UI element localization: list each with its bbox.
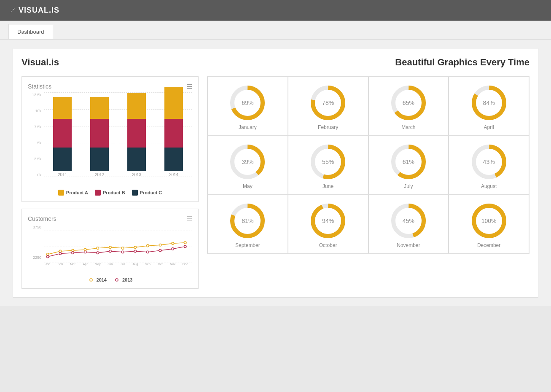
- line-chart-svg: Jan Feb Mar Apr May Jun Jul Aug Sep Oct …: [44, 225, 192, 267]
- donut-month-february: February: [318, 124, 338, 130]
- donut-cell-june: 55% June: [288, 136, 368, 195]
- y-label-0k: 0k: [28, 173, 43, 177]
- svg-point-22: [147, 251, 149, 253]
- donut-month-april: April: [484, 124, 494, 130]
- svg-point-39: [116, 279, 118, 281]
- bar-2012-a: [90, 97, 109, 119]
- donut-july: 61%: [390, 143, 427, 181]
- customers-legend: 2014 2013: [28, 277, 192, 282]
- bar-2013-c: [127, 148, 146, 171]
- bar-legend: Product A Product B Product C: [28, 190, 192, 196]
- legend-label-a: Product A: [66, 190, 88, 195]
- legend-dot-b: [95, 190, 101, 196]
- svg-text:Oct: Oct: [158, 262, 163, 266]
- donut-pct-august: 43%: [483, 158, 495, 165]
- y-label-7k5: 7.5k: [28, 125, 43, 129]
- bar-2011-a: [53, 97, 72, 119]
- cust-y-3750: 3750: [28, 225, 43, 229]
- donut-pct-september: 81%: [242, 217, 253, 224]
- legend-product-b: Product B: [95, 190, 125, 196]
- svg-point-7: [109, 246, 112, 249]
- cust-y-2250: 2250: [28, 255, 43, 260]
- bar-2012-b: [90, 119, 109, 148]
- svg-point-9: [134, 246, 137, 249]
- svg-point-11: [159, 244, 161, 246]
- svg-point-19: [109, 250, 112, 252]
- donut-february: 78%: [309, 84, 347, 122]
- svg-point-15: [59, 252, 62, 255]
- donut-august: 43%: [470, 143, 508, 181]
- svg-text:Jul: Jul: [121, 262, 125, 266]
- customers-menu-icon[interactable]: ☰: [186, 215, 192, 223]
- svg-point-13: [184, 242, 187, 244]
- donut-november: 45%: [390, 202, 427, 240]
- donut-cell-january: 69% January: [207, 77, 288, 136]
- dashboard-tab[interactable]: Dashboard: [8, 24, 53, 39]
- donut-may: 39%: [228, 143, 266, 181]
- bar-2014-a: [164, 87, 183, 119]
- svg-text:Jan: Jan: [45, 262, 50, 266]
- legend-label-b: Product B: [103, 190, 125, 195]
- svg-text:Dec: Dec: [183, 262, 188, 266]
- legend-line-2014-icon: [88, 278, 94, 282]
- donut-pct-june: 55%: [322, 158, 334, 165]
- svg-point-17: [84, 251, 86, 253]
- donut-cell-october: 94% October: [288, 195, 368, 254]
- svg-text:May: May: [95, 262, 101, 266]
- svg-point-14: [46, 255, 49, 258]
- y-label-10k: 10k: [28, 109, 43, 113]
- donut-pct-march: 65%: [403, 99, 414, 106]
- tab-bar: Dashboard: [0, 21, 551, 40]
- svg-point-21: [134, 250, 137, 252]
- donut-december: 100%: [470, 202, 508, 240]
- svg-text:Feb: Feb: [58, 262, 63, 266]
- donut-month-may: May: [243, 183, 253, 189]
- svg-point-20: [121, 251, 124, 253]
- svg-text:Mar: Mar: [70, 262, 75, 266]
- legend-product-c: Product C: [132, 190, 162, 196]
- svg-point-5: [84, 249, 86, 251]
- donut-month-june: June: [323, 183, 333, 189]
- main-content: Visual.is Beautiful Graphics Every Time …: [0, 40, 551, 306]
- bar-2014-c: [164, 148, 183, 171]
- svg-point-4: [72, 249, 74, 252]
- donut-january: 69%: [228, 84, 266, 122]
- dashboard-panel: Visual.is Beautiful Graphics Every Time …: [13, 48, 538, 298]
- bar-label-2012: 2012: [95, 172, 104, 177]
- statistics-title: Statistics: [28, 83, 51, 90]
- legend-label-c: Product C: [140, 190, 162, 195]
- svg-point-10: [147, 244, 149, 247]
- header: ⟋ VISUAL.IS: [0, 0, 551, 21]
- dashboard-subtitle: Beautiful Graphics Every Time: [395, 57, 529, 68]
- svg-point-6: [97, 247, 99, 250]
- bar-group-2014: 2014: [164, 87, 183, 177]
- donut-cell-march: 65% March: [368, 77, 449, 136]
- customers-title: Customers: [28, 215, 56, 222]
- svg-text:Jun: Jun: [108, 262, 113, 266]
- donut-cell-september: 81% September: [207, 195, 288, 254]
- donut-month-march: March: [401, 124, 415, 130]
- logo-text: VISUAL.IS: [19, 6, 59, 15]
- dot-2014-jan: [46, 253, 49, 256]
- donut-pct-december: 100%: [481, 217, 497, 224]
- svg-text:Apr: Apr: [83, 262, 88, 266]
- logo-icon: ⟋: [8, 6, 16, 15]
- bar-label-2013: 2013: [132, 172, 141, 177]
- donut-month-october: October: [319, 242, 337, 248]
- donut-grid: 69% January 78% February 65% March: [207, 76, 529, 254]
- bar-2011-b: [53, 119, 72, 148]
- bar-2014-b: [164, 119, 183, 148]
- svg-point-25: [184, 245, 187, 248]
- line-2014: [48, 243, 185, 255]
- donut-cell-may: 39% May: [207, 136, 288, 195]
- donut-month-september: September: [235, 242, 260, 248]
- donut-cell-april: 84% April: [449, 77, 529, 136]
- statistics-menu-icon[interactable]: ☰: [186, 83, 192, 91]
- svg-text:Aug: Aug: [132, 262, 138, 266]
- bar-label-2014: 2014: [169, 172, 178, 177]
- legend-line-2013-icon: [113, 278, 120, 282]
- donut-month-august: August: [481, 183, 497, 189]
- donut-september: 81%: [228, 202, 266, 240]
- dashboard-header: Visual.is Beautiful Graphics Every Time: [22, 57, 529, 68]
- legend-dot-a: [58, 190, 64, 196]
